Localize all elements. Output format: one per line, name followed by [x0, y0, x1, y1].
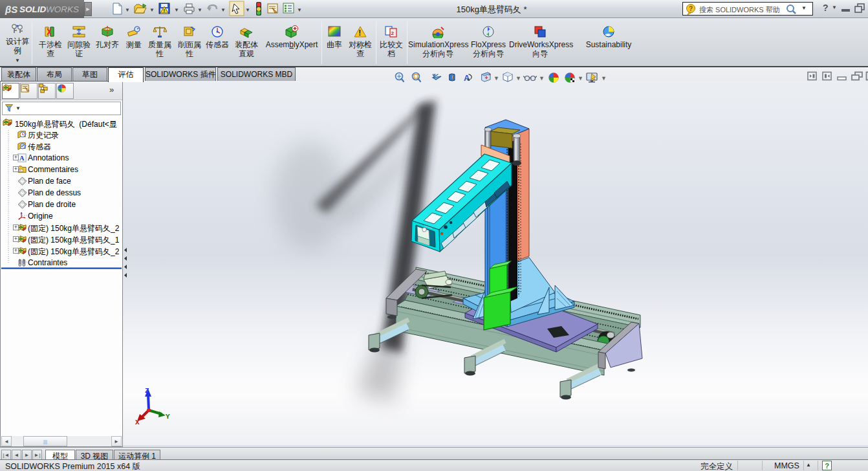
svg-text:SOLID: SOLID	[19, 5, 47, 14]
svg-text:A: A	[19, 155, 25, 162]
svg-text:▼: ▼	[197, 7, 202, 13]
svg-text:?: ?	[689, 5, 693, 12]
svg-text:βS: βS	[5, 4, 17, 15]
svg-text:▼: ▼	[125, 7, 130, 13]
svg-text:Y: Y	[166, 413, 170, 421]
svg-text:Z: Z	[145, 387, 149, 395]
svg-text:!: !	[164, 8, 166, 14]
svg-text:▼: ▼	[539, 75, 545, 82]
svg-text:▼: ▼	[297, 7, 302, 13]
svg-text:WORKS: WORKS	[46, 5, 79, 14]
svg-text:X: X	[135, 419, 140, 426]
svg-text:▼: ▼	[245, 7, 250, 13]
svg-text:2: 2	[391, 30, 395, 36]
svg-text:▼: ▼	[578, 75, 583, 82]
svg-text:!: !	[358, 28, 361, 38]
svg-text:▼: ▼	[515, 75, 521, 82]
svg-text:▼: ▼	[149, 7, 155, 13]
svg-text:▼: ▼	[601, 75, 607, 82]
svg-text:▼: ▼	[494, 75, 499, 82]
svg-text:▼: ▼	[221, 7, 226, 13]
svg-text:▼: ▼	[174, 7, 179, 13]
